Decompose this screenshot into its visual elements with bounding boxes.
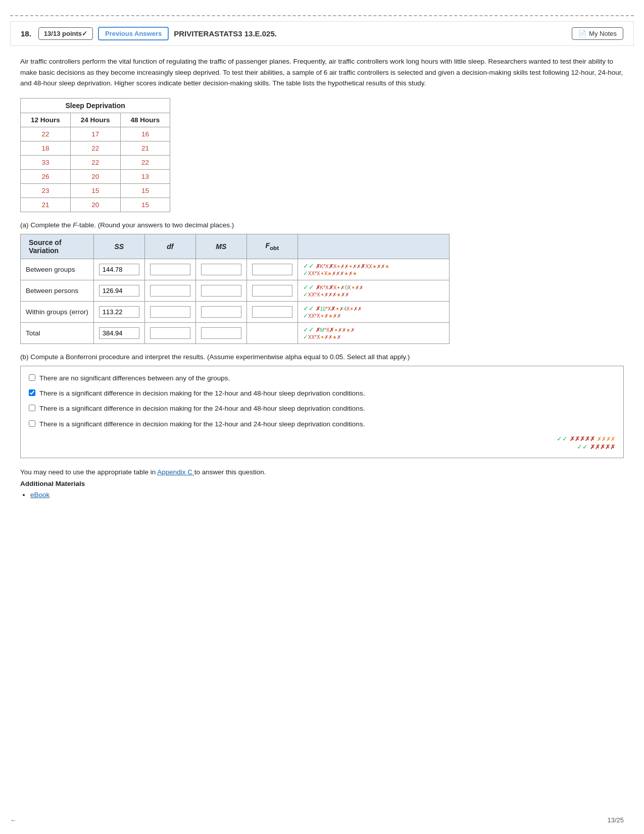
ss-input-0[interactable] xyxy=(99,264,139,275)
option-3-label: There is a significant difference in dec… xyxy=(39,404,365,414)
part-a-label: (a) Complete the F-table. (Round your an… xyxy=(20,221,624,229)
col-48h: 48 Hours xyxy=(120,113,170,127)
ebook-list-item: eBook xyxy=(30,490,624,499)
question-header: 18. 13/13 points✓ Previous Answers PRIVI… xyxy=(10,21,634,46)
ms-input-0[interactable] xyxy=(201,264,241,275)
option-2-label: There is a significant difference in dec… xyxy=(39,388,365,399)
checkbox-3[interactable] xyxy=(29,405,35,411)
footer-left: ← xyxy=(10,816,17,824)
sleep-row3-col1: 20 xyxy=(70,169,120,183)
f-source-0: Between groups xyxy=(21,259,94,280)
bonferroni-options-box: There are no significant differences bet… xyxy=(20,366,624,458)
df-input-2[interactable] xyxy=(150,306,190,318)
f-fobt-0[interactable] xyxy=(246,259,298,280)
intro-text: Air traffic controllers perform the vita… xyxy=(20,56,624,89)
sleep-deprivation-table: Sleep Deprivation 12 Hours 24 Hours 48 H… xyxy=(20,98,170,212)
f-graded-2: ✓✓ ✗10*X✗✦✗4X✦✗✗✓XX*X✦✗★✗✗ xyxy=(298,301,449,322)
fobt-input-1[interactable] xyxy=(252,285,292,297)
f-source-1: Between persons xyxy=(21,280,94,301)
f-ms-2[interactable] xyxy=(195,301,246,322)
sleep-row1-col0: 18 xyxy=(21,141,71,155)
option-1-label: There are no significant differences bet… xyxy=(39,373,230,383)
sleep-row4-col0: 23 xyxy=(21,183,71,198)
content-area: Air traffic controllers perform the vita… xyxy=(0,51,644,504)
option-3: There is a significant difference in dec… xyxy=(29,404,615,414)
part-b-label: (b) Compute a Bonferroni procedure and i… xyxy=(20,353,624,361)
f-graded-0: ✓✓ ✗K*X✗X✦✗✗✦✗✗✗XX★✗✗★✓XX*X✦X★✗✗✗★✗★ xyxy=(298,259,449,280)
f-ss-1[interactable] xyxy=(93,280,144,301)
f-fobt-3[interactable] xyxy=(246,322,298,344)
f-col-df: df xyxy=(144,234,195,259)
notes-icon: 📄 xyxy=(578,30,586,37)
option-4: There is a significant difference in dec… xyxy=(29,419,615,429)
footer-page: 13/25 xyxy=(607,816,624,824)
checkbox-4[interactable] xyxy=(29,420,35,427)
question-number: 18. xyxy=(21,29,31,38)
f-ms-1[interactable] xyxy=(195,280,246,301)
sleep-table-title: Sleep Deprivation xyxy=(21,98,170,113)
checkbox-2[interactable] xyxy=(29,389,35,396)
f-graded-3: ✓✓ ✗M*X✗✦✗✗★✗✓XX*X✦✗✗★✗ xyxy=(298,322,449,344)
col-12h: 12 Hours xyxy=(21,113,71,127)
f-ss-3[interactable] xyxy=(93,322,144,344)
ss-input-2[interactable] xyxy=(99,306,139,318)
sleep-row2-col2: 22 xyxy=(120,155,170,169)
df-input-3[interactable] xyxy=(150,327,190,339)
f-ms-3[interactable] xyxy=(195,322,246,344)
f-col-ss: SS xyxy=(93,234,144,259)
ss-input-3[interactable] xyxy=(99,327,139,339)
sleep-row2-col1: 22 xyxy=(70,155,120,169)
option-1: There are no significant differences bet… xyxy=(29,373,615,383)
f-ss-0[interactable] xyxy=(93,259,144,280)
f-ms-0[interactable] xyxy=(195,259,246,280)
f-col-graded xyxy=(298,234,449,259)
sleep-row5-col0: 21 xyxy=(21,198,71,212)
f-col-source: Source ofVariation xyxy=(21,234,94,259)
f-source-3: Total xyxy=(21,322,94,344)
points-badge[interactable]: 13/13 points✓ xyxy=(38,27,93,40)
f-fobt-2[interactable] xyxy=(246,301,298,322)
sleep-row1-col1: 22 xyxy=(70,141,120,155)
sleep-row1-col2: 21 xyxy=(120,141,170,155)
sleep-row0-col0: 22 xyxy=(21,127,71,141)
f-df-2[interactable] xyxy=(144,301,195,322)
checkbox-1[interactable] xyxy=(29,374,35,381)
my-notes-button[interactable]: 📄 My Notes xyxy=(572,27,623,40)
df-input-0[interactable] xyxy=(150,264,190,275)
ms-input-2[interactable] xyxy=(201,306,241,318)
ss-input-1[interactable] xyxy=(99,285,139,297)
sleep-row0-col1: 17 xyxy=(70,127,120,141)
sleep-row4-col2: 15 xyxy=(120,183,170,198)
sleep-row5-col2: 15 xyxy=(120,198,170,212)
fobt-input-0[interactable] xyxy=(252,264,292,275)
f-ss-2[interactable] xyxy=(93,301,144,322)
f-df-0[interactable] xyxy=(144,259,195,280)
fobt-input-2[interactable] xyxy=(252,306,292,318)
col-24h: 24 Hours xyxy=(70,113,120,127)
sleep-row2-col0: 33 xyxy=(21,155,71,169)
df-input-1[interactable] xyxy=(150,285,190,297)
ebook-link[interactable]: eBook xyxy=(30,491,49,499)
sleep-row3-col0: 26 xyxy=(21,169,71,183)
f-fobt-1[interactable] xyxy=(246,280,298,301)
part-b-graded: ✓✓ ✗✗✗✗✗ ✗✗✗✗ ✓✓ ✗✗✗✗✗ xyxy=(29,434,615,451)
previous-answers-button[interactable]: Previous Answers xyxy=(98,27,169,40)
ms-input-3[interactable] xyxy=(201,327,241,339)
sleep-row4-col1: 15 xyxy=(70,183,120,198)
f-df-3[interactable] xyxy=(144,322,195,344)
sleep-row5-col1: 20 xyxy=(70,198,120,212)
f-graded-1: ✓✓ ✗K*X✗X✦✗0X✦✗✗✓XX*X✦✗✗✗★✗✗ xyxy=(298,280,449,301)
option-2: There is a significant difference in dec… xyxy=(29,388,615,399)
question-code: PRIVITERASTATS3 13.E.025. xyxy=(174,29,567,38)
option-4-label: There is a significant difference in dec… xyxy=(39,419,365,429)
sleep-row3-col2: 13 xyxy=(120,169,170,183)
sleep-row0-col2: 16 xyxy=(120,127,170,141)
appendix-c-link[interactable]: Appendix C xyxy=(157,468,194,476)
f-df-1[interactable] xyxy=(144,280,195,301)
ms-input-1[interactable] xyxy=(201,285,241,297)
f-source-2: Within groups (error) xyxy=(21,301,94,322)
additional-materials-label: Additional Materials xyxy=(20,480,624,487)
top-divider xyxy=(10,15,634,16)
f-col-fobt: Fobt xyxy=(246,234,298,259)
f-col-ms: MS xyxy=(195,234,246,259)
